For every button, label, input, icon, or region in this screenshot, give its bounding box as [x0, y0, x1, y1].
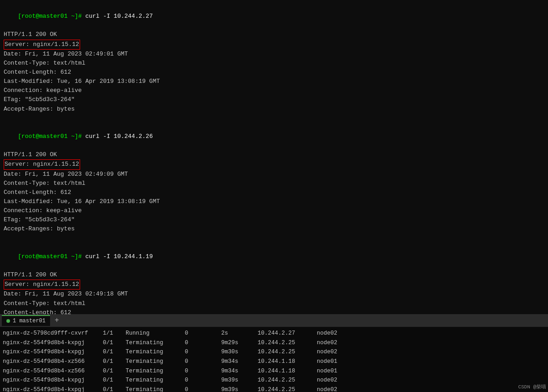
- pod-age: 9m34s: [221, 357, 258, 367]
- pod-status: Terminating: [126, 347, 185, 357]
- server-header-2: Server: nginx/1.15.12: [4, 159, 80, 169]
- pod-ng1: [358, 357, 399, 367]
- pod-status: Terminating: [126, 367, 185, 376]
- pod-node: node02: [317, 376, 358, 385]
- pod-ng1: [358, 329, 399, 338]
- pod-node: node02: [317, 338, 358, 348]
- pod-ready: 0/1: [103, 338, 126, 348]
- pod-node: node02: [317, 329, 358, 338]
- prompt-3: [root@master01 ~]#: [18, 253, 81, 260]
- pod-row-3: nginx-dz-554f9d8b4-xz5660/1Terminating09…: [3, 357, 545, 367]
- pod-name: nginx-dz-554f9d8b4-kxpgj: [3, 347, 103, 357]
- pod-name: nginx-dz-5798cd9fff-cxvrf: [3, 329, 103, 338]
- pod-ip: 10.244.2.25: [258, 376, 317, 385]
- http-status-1: HTTP/1.1 200 OK: [4, 30, 544, 39]
- pod-ng2: [399, 376, 440, 385]
- pod-name: nginx-dz-554f9d8b4-xz566: [3, 357, 103, 367]
- pod-name: nginx-dz-554f9d8b4-kxpgj: [3, 385, 103, 392]
- server-header-1: Server: nginx/1.15.12: [4, 40, 80, 50]
- pod-age: 9m39s: [221, 385, 258, 392]
- pod-ready: 0/1: [103, 376, 126, 385]
- pod-restarts: 0: [185, 338, 221, 348]
- content-type-3: Content-Type: text/html: [4, 299, 544, 308]
- pod-row-6: nginx-dz-554f9d8b4-kxpgj0/1Terminating09…: [3, 385, 545, 392]
- pod-ng2: [399, 367, 440, 376]
- pod-status: Terminating: [126, 338, 185, 348]
- pod-name: nginx-dz-554f9d8b4-kxpgj: [3, 376, 103, 385]
- pod-ip: 10.244.2.27: [258, 329, 317, 338]
- pod-age: 9m30s: [221, 347, 258, 357]
- pod-row-1: nginx-dz-554f9d8b4-kxpgj0/1Terminating09…: [3, 338, 545, 348]
- pod-ready: 0/1: [103, 357, 126, 367]
- date-3: Date: Fri, 11 Aug 2023 02:49:18 GMT: [4, 290, 544, 299]
- pod-ng1: [358, 338, 399, 348]
- pod-ng2: [399, 385, 440, 392]
- date-2: Date: Fri, 11 Aug 2023 02:49:09 GMT: [4, 170, 544, 179]
- accept-ranges-2: Accept-Ranges: bytes: [4, 224, 544, 234]
- pod-node: node01: [317, 357, 358, 367]
- etag-2: ETag: "5cb5d3c3-264": [4, 215, 544, 224]
- tab-label: 1 master01: [13, 318, 46, 324]
- pod-ng2: [399, 329, 440, 338]
- pod-row-5: nginx-dz-554f9d8b4-kxpgj0/1Terminating09…: [3, 376, 545, 385]
- server-header-3: Server: nginx/1.15.12: [4, 280, 80, 290]
- tabbar: 1 master01 +: [0, 314, 548, 327]
- pod-node: node01: [317, 367, 358, 376]
- content-length-1: Content-Length: 612: [4, 68, 544, 77]
- tab-dot: [6, 319, 10, 323]
- cmd-3: curl -I 10.244.1.19: [82, 253, 153, 260]
- pod-ng1: [358, 376, 399, 385]
- server-line-1: Server: nginx/1.15.12: [4, 40, 544, 50]
- terminal: [root@master01 ~]# curl -I 10.244.2.27 H…: [0, 0, 548, 314]
- server-line-3: Server: nginx/1.15.12: [4, 280, 544, 290]
- pod-restarts: 0: [185, 347, 221, 357]
- pod-ip: 10.244.1.18: [258, 357, 317, 367]
- pod-ip: 10.244.2.25: [258, 338, 317, 348]
- pod-node: node02: [317, 385, 358, 392]
- pod-ip: 10.244.2.25: [258, 385, 317, 392]
- etag-1: ETag: "5cb5d3c3-264": [4, 95, 544, 104]
- content-length-2: Content-Length: 612: [4, 188, 544, 197]
- pod-ng2: [399, 357, 440, 367]
- tab-master01[interactable]: 1 master01: [2, 315, 50, 326]
- pod-ng1: [358, 385, 399, 392]
- date-1: Date: Fri, 11 Aug 2023 02:49:01 GMT: [4, 50, 544, 59]
- pod-status: Terminating: [126, 385, 185, 392]
- blank-1: [4, 114, 544, 123]
- blank-2: [4, 234, 544, 243]
- pod-ng1: [358, 347, 399, 357]
- content-length-3: Content-Length: 612: [4, 308, 544, 314]
- last-modified-2: Last-Modified: Tue, 16 Apr 2019 13:08:19…: [4, 197, 544, 206]
- pod-ng2: [399, 347, 440, 357]
- pod-name: nginx-dz-554f9d8b4-xz566: [3, 367, 103, 376]
- pod-ip: 10.244.2.25: [258, 347, 317, 357]
- pod-ng2: [399, 338, 440, 348]
- pod-status: Terminating: [126, 376, 185, 385]
- connection-2: Connection: keep-alive: [4, 206, 544, 215]
- pod-row-4: nginx-dz-554f9d8b4-xz5660/1Terminating09…: [3, 367, 545, 376]
- pod-age: 9m39s: [221, 376, 258, 385]
- http-status-3: HTTP/1.1 200 OK: [4, 270, 544, 280]
- pod-age: 9m29s: [221, 338, 258, 348]
- pod-node: node02: [317, 347, 358, 357]
- cmd-1: curl -I 10.244.2.27: [82, 13, 153, 20]
- pod-restarts: 0: [185, 385, 221, 392]
- prompt-1: [root@master01 ~]#: [18, 13, 81, 20]
- cmd-2: curl -I 10.244.2.26: [82, 133, 153, 140]
- command-line-2: [root@master01 ~]# curl -I 10.244.2.26: [4, 123, 544, 150]
- pod-restarts: 0: [185, 367, 221, 376]
- pod-row-2: nginx-dz-554f9d8b4-kxpgj0/1Terminating09…: [3, 347, 545, 357]
- pod-age: 9m34s: [221, 367, 258, 376]
- connection-1: Connection: keep-alive: [4, 86, 544, 95]
- accept-ranges-1: Accept-Ranges: bytes: [4, 105, 544, 114]
- http-status-2: HTTP/1.1 200 OK: [4, 150, 544, 159]
- pod-status: Running: [126, 329, 185, 338]
- pod-ready: 0/1: [103, 367, 126, 376]
- pod-ready: 0/1: [103, 385, 126, 392]
- pod-ng1: [358, 367, 399, 376]
- pod-restarts: 0: [185, 357, 221, 367]
- tab-add-button[interactable]: +: [51, 315, 63, 326]
- content-type-2: Content-Type: text/html: [4, 179, 544, 188]
- pod-ip: 10.244.1.18: [258, 367, 317, 376]
- prompt-2: [root@master01 ~]#: [18, 133, 81, 140]
